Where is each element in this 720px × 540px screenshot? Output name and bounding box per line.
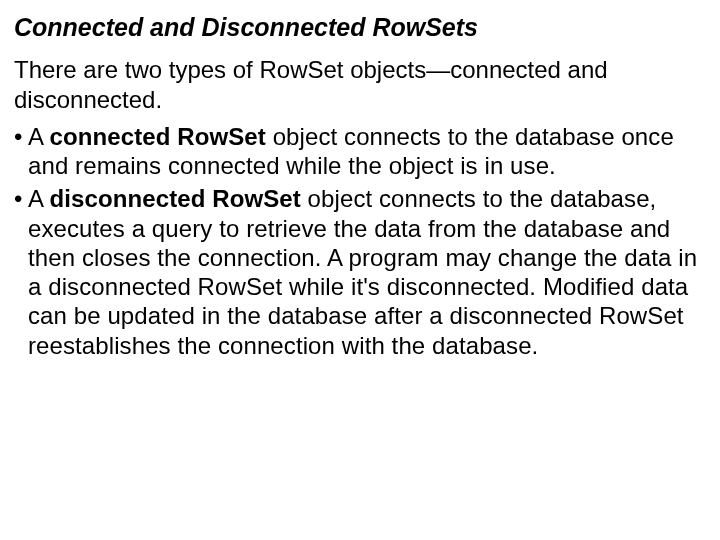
item-prefix: A	[28, 185, 50, 212]
item-bold-term: connected RowSet	[50, 123, 266, 150]
section-heading: Connected and Disconnected RowSets	[14, 12, 706, 43]
bullet-list: A connected RowSet object connects to th…	[14, 122, 706, 360]
list-item: A connected RowSet object connects to th…	[14, 122, 706, 181]
item-prefix: A	[28, 123, 50, 150]
list-item: A disconnected RowSet object connects to…	[14, 184, 706, 360]
item-bold-term: disconnected RowSet	[50, 185, 301, 212]
intro-paragraph: There are two types of RowSet objects—co…	[14, 55, 706, 114]
